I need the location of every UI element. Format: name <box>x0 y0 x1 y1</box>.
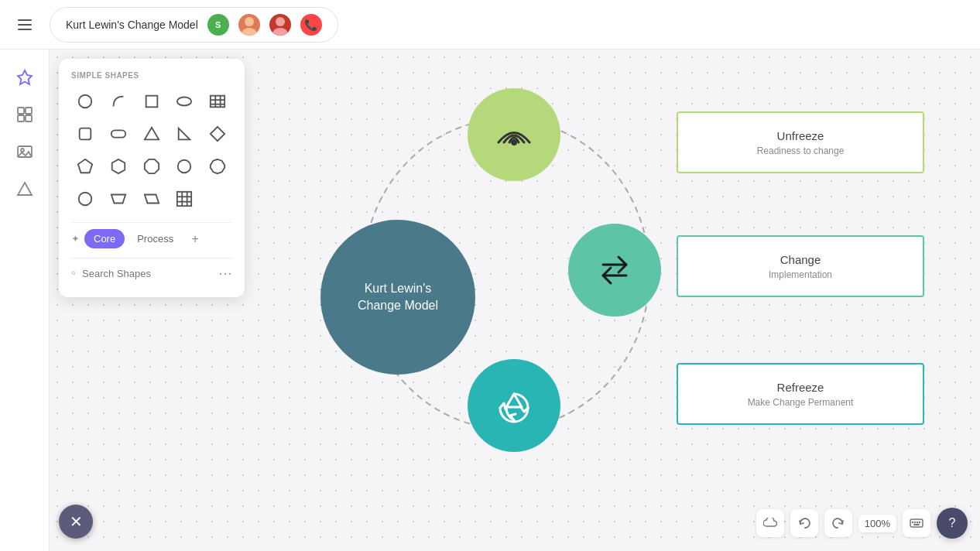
svg-point-28 <box>178 160 191 173</box>
svg-marker-26 <box>112 159 125 173</box>
svg-rect-13 <box>146 96 157 108</box>
shape-circle2[interactable] <box>170 152 198 180</box>
sidebar-icon-images[interactable] <box>9 136 40 167</box>
svg-marker-25 <box>78 159 92 173</box>
svg-rect-5 <box>18 108 24 114</box>
shape-grid[interactable] <box>170 185 198 213</box>
center-circle-line1: Kurt Lewin's <box>365 280 432 297</box>
shapes-category-label: SIMPLE SHAPES <box>71 71 232 80</box>
change-circle[interactable] <box>568 224 661 317</box>
svg-point-1 <box>242 28 257 36</box>
tab-add-button[interactable]: + <box>186 230 204 248</box>
svg-point-14 <box>177 98 191 106</box>
tab-core-label: Core <box>94 233 115 245</box>
wifi-icon <box>495 119 533 150</box>
menu-button[interactable] <box>12 12 37 37</box>
unfreeze-info-box: Unfreeze Readiness to change <box>677 111 924 173</box>
svg-marker-23 <box>179 128 190 140</box>
change-subtitle: Implementation <box>769 269 832 280</box>
left-sidebar <box>0 50 50 551</box>
tab-process[interactable]: Process <box>128 229 183 248</box>
sidebar-icon-shapes[interactable] <box>9 62 40 93</box>
bottom-toolbar: 100% ? <box>756 508 968 539</box>
sidebar-icon-frames[interactable] <box>9 99 40 130</box>
canvas[interactable]: SIMPLE SHAPES <box>50 50 980 551</box>
svg-marker-29 <box>211 159 224 173</box>
undo-button[interactable] <box>790 509 818 537</box>
avatar-r <box>269 14 291 36</box>
shape-circle[interactable] <box>71 87 99 115</box>
shape-square[interactable] <box>138 87 166 115</box>
shape-trapezoid[interactable] <box>105 185 132 213</box>
call-icon[interactable]: 📞 <box>300 14 322 36</box>
svg-marker-32 <box>144 195 158 204</box>
shape-table-h[interactable] <box>204 87 231 115</box>
shape-rounded-square[interactable] <box>71 120 99 148</box>
refreeze-subtitle: Make Change Permanent <box>748 397 854 408</box>
shape-pentagon[interactable] <box>71 152 99 180</box>
help-label: ? <box>949 516 956 530</box>
document-title: Kurt Lewin's Change Model <box>66 19 198 31</box>
help-button[interactable]: ? <box>937 508 968 539</box>
shape-panel: SIMPLE SHAPES <box>59 59 245 297</box>
search-icon <box>71 267 76 279</box>
menu-line-3 <box>18 29 32 30</box>
refreeze-info-box: Refreeze Make Change Permanent <box>677 363 924 425</box>
shape-diamond[interactable] <box>204 120 231 148</box>
center-circle-line2: Change Model <box>358 297 438 314</box>
shape-ellipse[interactable] <box>170 87 198 115</box>
menu-line-1 <box>18 19 32 21</box>
center-circle: Kurt Lewin's Change Model <box>320 220 475 375</box>
svg-marker-24 <box>211 127 224 141</box>
app-header: Kurt Lewin's Change Model S 📞 <box>0 0 980 50</box>
shape-arc[interactable] <box>105 87 132 115</box>
unfreeze-circle[interactable] <box>468 88 560 181</box>
change-info-box: Change Implementation <box>677 235 924 297</box>
cloud-icon[interactable] <box>756 509 784 537</box>
svg-point-10 <box>21 149 24 152</box>
avatar-p <box>238 14 260 36</box>
refreeze-title: Refreeze <box>777 381 824 394</box>
svg-rect-33 <box>177 192 191 206</box>
shape-decagon[interactable] <box>204 152 231 180</box>
shape-right-triangle[interactable] <box>170 120 198 148</box>
shape-octagon[interactable] <box>138 152 166 180</box>
fab-button[interactable]: ✕ <box>59 505 93 539</box>
svg-point-2 <box>276 17 285 26</box>
redo-button[interactable] <box>824 509 852 537</box>
shapes-grid <box>71 87 232 213</box>
svg-marker-22 <box>144 128 158 140</box>
svg-marker-11 <box>18 183 32 195</box>
recycle-icon <box>495 386 533 425</box>
svg-point-38 <box>72 272 75 275</box>
refreeze-circle[interactable] <box>468 359 560 452</box>
change-title: Change <box>780 253 821 266</box>
shape-circle3[interactable] <box>71 185 99 213</box>
arrows-icon <box>595 251 634 289</box>
search-shapes-input[interactable] <box>82 268 212 279</box>
shape-tabs: ✦ Core Process + <box>71 222 232 255</box>
svg-rect-8 <box>26 115 32 121</box>
diagram-container: Kurt Lewin's Change Model <box>251 80 949 520</box>
shape-parallelogram[interactable] <box>138 185 166 213</box>
search-bar: ⋯ <box>71 258 232 285</box>
svg-rect-21 <box>111 130 125 137</box>
tab-core[interactable]: Core <box>84 229 125 248</box>
keyboard-icon[interactable] <box>903 509 930 537</box>
title-pill: Kurt Lewin's Change Model S 📞 <box>50 7 338 43</box>
svg-rect-6 <box>26 108 32 114</box>
svg-rect-15 <box>211 96 224 108</box>
sidebar-icon-draw[interactable] <box>9 173 40 204</box>
shape-triangle[interactable] <box>138 120 166 148</box>
svg-marker-4 <box>18 70 32 84</box>
svg-line-39 <box>74 274 75 275</box>
menu-line-2 <box>18 24 32 26</box>
shape-hexagon[interactable] <box>105 152 132 180</box>
fab-icon: ✕ <box>70 512 83 531</box>
svg-point-0 <box>245 17 254 26</box>
shape-stadium[interactable] <box>105 120 132 148</box>
svg-marker-31 <box>111 195 125 204</box>
unfreeze-title: Unfreeze <box>777 129 824 142</box>
svg-point-30 <box>79 193 92 206</box>
search-more-icon[interactable]: ⋯ <box>218 265 232 282</box>
